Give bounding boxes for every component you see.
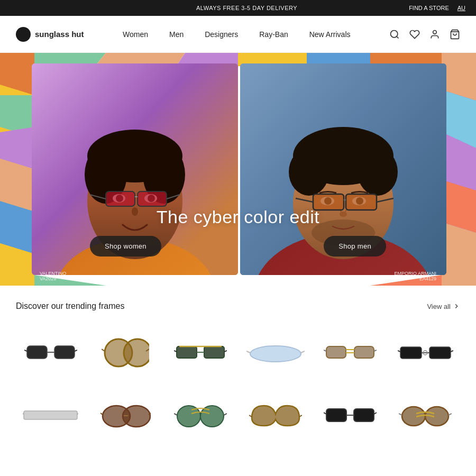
svg-point-0 bbox=[391, 30, 398, 37]
chevron-right-icon bbox=[453, 303, 460, 310]
top-bar-right: FIND A STORE AU bbox=[409, 5, 465, 11]
glasses-item-7[interactable] bbox=[16, 392, 86, 437]
svg-rect-38 bbox=[138, 191, 167, 206]
svg-point-66 bbox=[124, 339, 149, 367]
delivery-text: ALWAYS FREE 3-5 DAY DELIVERY bbox=[85, 5, 409, 11]
svg-rect-84 bbox=[400, 347, 422, 359]
svg-rect-106 bbox=[354, 409, 374, 422]
svg-point-111 bbox=[425, 407, 448, 426]
svg-rect-78 bbox=[326, 346, 346, 358]
svg-line-101 bbox=[224, 414, 227, 415]
glasses-item-10[interactable] bbox=[241, 392, 310, 437]
search-icon bbox=[389, 29, 400, 40]
trending-section: Discover our trending frames View all bbox=[0, 286, 476, 448]
svg-point-48 bbox=[358, 148, 398, 196]
glasses-item-12[interactable] bbox=[390, 392, 460, 437]
search-button[interactable] bbox=[389, 29, 400, 40]
svg-line-100 bbox=[174, 414, 177, 415]
svg-point-47 bbox=[289, 148, 329, 196]
header-icons bbox=[389, 29, 460, 40]
logo-circle bbox=[16, 27, 31, 42]
logo-text: sunglass hut bbox=[35, 30, 84, 39]
svg-point-54 bbox=[340, 212, 347, 217]
hero-section: The cyber color edit Shop women Shop men… bbox=[0, 53, 476, 286]
nav-new-arrivals[interactable]: New Arrivals bbox=[309, 30, 351, 39]
glasses-item-4[interactable] bbox=[241, 324, 310, 382]
svg-line-1 bbox=[397, 36, 399, 38]
main-nav: Women Men Designers Ray-Ban New Arrivals bbox=[123, 30, 351, 39]
glasses-item-5[interactable] bbox=[316, 324, 386, 382]
brand-label-women: VALENTINO VA2029 bbox=[40, 271, 66, 281]
svg-point-36 bbox=[132, 207, 138, 216]
glasses-svg-11 bbox=[324, 402, 377, 428]
svg-rect-55 bbox=[313, 194, 344, 210]
account-button[interactable] bbox=[429, 29, 440, 40]
shop-men-button[interactable]: Shop men bbox=[324, 236, 386, 257]
brand-name-men: EMPORIO ARMANI bbox=[394, 271, 436, 276]
glasses-item-8[interactable] bbox=[91, 392, 161, 437]
svg-line-91 bbox=[23, 414, 24, 414]
svg-point-75 bbox=[250, 346, 301, 362]
svg-rect-61 bbox=[54, 346, 75, 359]
svg-line-76 bbox=[246, 351, 250, 353]
svg-rect-105 bbox=[326, 409, 346, 422]
user-icon bbox=[429, 29, 440, 40]
glasses-svg-8 bbox=[100, 398, 151, 432]
shop-men-container: Shop men bbox=[324, 236, 386, 257]
svg-point-110 bbox=[402, 407, 425, 426]
brand-code-women: VA2029 bbox=[40, 276, 66, 281]
svg-rect-69 bbox=[177, 346, 197, 358]
nav-men[interactable]: Men bbox=[169, 30, 184, 39]
svg-point-2 bbox=[433, 30, 437, 34]
glasses-item-3[interactable] bbox=[166, 324, 235, 382]
glasses-svg-5 bbox=[324, 340, 377, 366]
wishlist-button[interactable] bbox=[409, 29, 420, 40]
shopping-bag-icon bbox=[450, 29, 460, 40]
svg-rect-85 bbox=[429, 347, 451, 359]
heart-icon bbox=[409, 29, 420, 40]
header: sunglass hut Women Men Designers Ray-Ban… bbox=[0, 16, 476, 53]
svg-rect-90 bbox=[24, 411, 77, 419]
glasses-svg-9 bbox=[174, 400, 227, 429]
nav-ray-ban[interactable]: Ray-Ban bbox=[259, 30, 288, 39]
cart-button[interactable] bbox=[450, 29, 460, 40]
nav-designers[interactable]: Designers bbox=[205, 30, 238, 39]
svg-line-95 bbox=[100, 413, 103, 415]
svg-line-92 bbox=[77, 414, 78, 414]
top-bar: ALWAYS FREE 3-5 DAY DELIVERY FIND A STOR… bbox=[0, 0, 476, 16]
svg-rect-70 bbox=[204, 346, 224, 358]
trending-header: Discover our trending frames View all bbox=[16, 301, 460, 311]
glasses-svg-1 bbox=[24, 340, 77, 366]
glasses-svg-7 bbox=[23, 406, 78, 424]
glasses-svg-10 bbox=[249, 399, 302, 431]
glasses-item-11[interactable] bbox=[316, 392, 386, 437]
svg-rect-79 bbox=[354, 346, 374, 358]
find-store-link[interactable]: FIND A STORE bbox=[409, 5, 449, 11]
svg-rect-56 bbox=[346, 194, 377, 210]
glasses-grid-row1 bbox=[16, 324, 460, 382]
brand-code-men: EA4129 bbox=[394, 276, 436, 281]
locale-selector[interactable]: AU bbox=[457, 5, 465, 11]
brand-name-women: VALENTINO bbox=[40, 271, 66, 276]
glasses-item-2[interactable] bbox=[91, 324, 161, 382]
glasses-item-9[interactable] bbox=[166, 392, 235, 437]
shop-women-container: Shop women bbox=[90, 236, 161, 257]
svg-line-77 bbox=[301, 351, 305, 353]
shop-women-button[interactable]: Shop women bbox=[90, 236, 161, 257]
logo[interactable]: sunglass hut bbox=[16, 27, 84, 42]
glasses-svg-2 bbox=[102, 329, 149, 377]
svg-line-115 bbox=[448, 414, 452, 415]
svg-rect-60 bbox=[27, 346, 47, 359]
brand-label-men: EMPORIO ARMANI EA4129 bbox=[394, 271, 436, 281]
svg-rect-37 bbox=[106, 191, 135, 206]
nav-women[interactable]: Women bbox=[123, 30, 148, 39]
glasses-item-1[interactable] bbox=[16, 324, 86, 382]
glasses-svg-3 bbox=[174, 341, 227, 365]
trending-title: Discover our trending frames bbox=[16, 301, 124, 311]
glasses-svg-4 bbox=[246, 342, 305, 363]
glasses-svg-6 bbox=[398, 341, 453, 365]
glasses-grid-row2 bbox=[16, 392, 460, 437]
glasses-item-6[interactable] bbox=[390, 324, 460, 382]
glasses-svg-12 bbox=[399, 402, 452, 428]
view-all-link[interactable]: View all bbox=[427, 303, 460, 310]
